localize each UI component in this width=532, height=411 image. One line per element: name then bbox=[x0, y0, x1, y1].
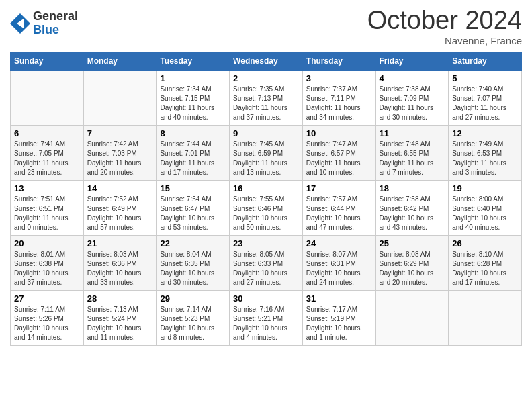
day-info: Sunrise: 8:00 AM Sunset: 6:40 PM Dayligh… bbox=[452, 195, 518, 232]
calendar-week-4: 20Sunrise: 8:01 AM Sunset: 6:38 PM Dayli… bbox=[11, 235, 522, 290]
day-number: 14 bbox=[87, 183, 153, 193]
day-number: 11 bbox=[380, 128, 445, 138]
calendar-cell: 22Sunrise: 8:04 AM Sunset: 6:35 PM Dayli… bbox=[157, 235, 230, 290]
calendar-cell: 26Sunrise: 8:10 AM Sunset: 6:28 PM Dayli… bbox=[449, 235, 522, 290]
calendar-week-2: 6Sunrise: 7:41 AM Sunset: 7:05 PM Daylig… bbox=[11, 125, 522, 180]
calendar-cell: 15Sunrise: 7:54 AM Sunset: 6:47 PM Dayli… bbox=[157, 180, 230, 235]
col-wednesday: Wednesday bbox=[230, 52, 303, 70]
calendar-cell: 4Sunrise: 7:38 AM Sunset: 7:09 PM Daylig… bbox=[375, 70, 449, 125]
calendar-cell: 27Sunrise: 7:11 AM Sunset: 5:26 PM Dayli… bbox=[11, 290, 84, 345]
col-sunday: Sunday bbox=[11, 52, 84, 70]
col-friday: Friday bbox=[375, 52, 449, 70]
day-number: 3 bbox=[306, 73, 372, 83]
day-info: Sunrise: 7:42 AM Sunset: 7:03 PM Dayligh… bbox=[87, 140, 153, 177]
calendar-cell: 17Sunrise: 7:57 AM Sunset: 6:44 PM Dayli… bbox=[302, 180, 375, 235]
day-number: 27 bbox=[14, 293, 80, 304]
day-info: Sunrise: 8:07 AM Sunset: 6:31 PM Dayligh… bbox=[306, 250, 372, 287]
day-number: 18 bbox=[380, 183, 445, 193]
day-number: 12 bbox=[452, 128, 518, 138]
calendar-week-5: 27Sunrise: 7:11 AM Sunset: 5:26 PM Dayli… bbox=[11, 290, 522, 345]
location: Navenne, France bbox=[367, 35, 522, 46]
day-info: Sunrise: 7:40 AM Sunset: 7:07 PM Dayligh… bbox=[452, 85, 518, 122]
month-title: October 2024 bbox=[367, 7, 522, 35]
day-info: Sunrise: 7:34 AM Sunset: 7:15 PM Dayligh… bbox=[160, 85, 226, 122]
day-info: Sunrise: 8:10 AM Sunset: 6:28 PM Dayligh… bbox=[452, 250, 518, 287]
day-number: 13 bbox=[14, 183, 80, 193]
day-info: Sunrise: 7:35 AM Sunset: 7:13 PM Dayligh… bbox=[233, 85, 299, 122]
calendar-page: General Blue October 2024 Navenne, Franc… bbox=[0, 0, 532, 411]
day-info: Sunrise: 7:17 AM Sunset: 5:19 PM Dayligh… bbox=[306, 305, 372, 342]
day-info: Sunrise: 7:38 AM Sunset: 7:09 PM Dayligh… bbox=[380, 85, 445, 122]
day-number: 7 bbox=[87, 128, 153, 138]
header: General Blue October 2024 Navenne, Franc… bbox=[10, 7, 522, 46]
logo-blue-text: Blue bbox=[33, 24, 78, 37]
calendar-week-1: 1Sunrise: 7:34 AM Sunset: 7:15 PM Daylig… bbox=[11, 70, 522, 125]
day-number: 24 bbox=[306, 238, 372, 248]
logo: General Blue bbox=[10, 10, 78, 37]
calendar-cell: 23Sunrise: 8:05 AM Sunset: 6:33 PM Dayli… bbox=[230, 235, 303, 290]
header-row: Sunday Monday Tuesday Wednesday Thursday… bbox=[11, 52, 522, 70]
day-info: Sunrise: 8:03 AM Sunset: 6:36 PM Dayligh… bbox=[87, 250, 153, 287]
col-tuesday: Tuesday bbox=[157, 52, 230, 70]
day-number: 21 bbox=[87, 238, 153, 248]
day-number: 5 bbox=[452, 73, 518, 83]
day-info: Sunrise: 7:55 AM Sunset: 6:46 PM Dayligh… bbox=[233, 195, 299, 232]
day-info: Sunrise: 7:37 AM Sunset: 7:11 PM Dayligh… bbox=[306, 85, 372, 122]
calendar-cell bbox=[11, 70, 84, 125]
calendar-cell: 25Sunrise: 8:08 AM Sunset: 6:29 PM Dayli… bbox=[375, 235, 449, 290]
calendar-cell: 1Sunrise: 7:34 AM Sunset: 7:15 PM Daylig… bbox=[157, 70, 230, 125]
day-number: 2 bbox=[233, 73, 299, 83]
day-info: Sunrise: 7:54 AM Sunset: 6:47 PM Dayligh… bbox=[160, 195, 226, 232]
day-number: 29 bbox=[160, 293, 226, 304]
col-monday: Monday bbox=[83, 52, 157, 70]
day-number: 15 bbox=[160, 183, 226, 193]
calendar-table: Sunday Monday Tuesday Wednesday Thursday… bbox=[10, 52, 522, 346]
day-info: Sunrise: 7:14 AM Sunset: 5:23 PM Dayligh… bbox=[160, 305, 226, 342]
calendar-cell bbox=[375, 290, 449, 345]
calendar-cell: 10Sunrise: 7:47 AM Sunset: 6:57 PM Dayli… bbox=[302, 125, 375, 180]
day-info: Sunrise: 8:01 AM Sunset: 6:38 PM Dayligh… bbox=[14, 250, 80, 287]
calendar-cell: 2Sunrise: 7:35 AM Sunset: 7:13 PM Daylig… bbox=[230, 70, 303, 125]
day-number: 6 bbox=[14, 128, 80, 138]
day-number: 17 bbox=[306, 183, 372, 193]
day-info: Sunrise: 8:08 AM Sunset: 6:29 PM Dayligh… bbox=[380, 250, 445, 287]
logo-icon bbox=[10, 13, 30, 34]
calendar-cell: 11Sunrise: 7:48 AM Sunset: 6:55 PM Dayli… bbox=[375, 125, 449, 180]
logo-text: General Blue bbox=[33, 10, 78, 37]
day-number: 1 bbox=[160, 73, 226, 83]
day-number: 23 bbox=[233, 238, 299, 248]
calendar-cell: 20Sunrise: 8:01 AM Sunset: 6:38 PM Dayli… bbox=[11, 235, 84, 290]
day-number: 19 bbox=[452, 183, 518, 193]
day-number: 31 bbox=[306, 293, 372, 304]
calendar-cell bbox=[449, 290, 522, 345]
col-thursday: Thursday bbox=[302, 52, 375, 70]
day-number: 25 bbox=[380, 238, 445, 248]
day-number: 9 bbox=[233, 128, 299, 138]
calendar-cell: 24Sunrise: 8:07 AM Sunset: 6:31 PM Dayli… bbox=[302, 235, 375, 290]
calendar-cell: 7Sunrise: 7:42 AM Sunset: 7:03 PM Daylig… bbox=[83, 125, 157, 180]
day-info: Sunrise: 7:13 AM Sunset: 5:24 PM Dayligh… bbox=[87, 305, 153, 342]
day-info: Sunrise: 7:11 AM Sunset: 5:26 PM Dayligh… bbox=[14, 305, 80, 342]
calendar-cell: 6Sunrise: 7:41 AM Sunset: 7:05 PM Daylig… bbox=[11, 125, 84, 180]
calendar-cell: 8Sunrise: 7:44 AM Sunset: 7:01 PM Daylig… bbox=[157, 125, 230, 180]
day-info: Sunrise: 7:16 AM Sunset: 5:21 PM Dayligh… bbox=[233, 305, 299, 342]
day-info: Sunrise: 7:49 AM Sunset: 6:53 PM Dayligh… bbox=[452, 140, 518, 177]
calendar-cell bbox=[83, 70, 157, 125]
calendar-cell: 18Sunrise: 7:58 AM Sunset: 6:42 PM Dayli… bbox=[375, 180, 449, 235]
day-info: Sunrise: 8:05 AM Sunset: 6:33 PM Dayligh… bbox=[233, 250, 299, 287]
day-info: Sunrise: 7:52 AM Sunset: 6:49 PM Dayligh… bbox=[87, 195, 153, 232]
day-info: Sunrise: 7:51 AM Sunset: 6:51 PM Dayligh… bbox=[14, 195, 80, 232]
calendar-cell: 28Sunrise: 7:13 AM Sunset: 5:24 PM Dayli… bbox=[83, 290, 157, 345]
day-info: Sunrise: 7:44 AM Sunset: 7:01 PM Dayligh… bbox=[160, 140, 226, 177]
calendar-cell: 30Sunrise: 7:16 AM Sunset: 5:21 PM Dayli… bbox=[230, 290, 303, 345]
calendar-cell: 29Sunrise: 7:14 AM Sunset: 5:23 PM Dayli… bbox=[157, 290, 230, 345]
day-info: Sunrise: 7:48 AM Sunset: 6:55 PM Dayligh… bbox=[380, 140, 445, 177]
calendar-cell: 21Sunrise: 8:03 AM Sunset: 6:36 PM Dayli… bbox=[83, 235, 157, 290]
calendar-week-3: 13Sunrise: 7:51 AM Sunset: 6:51 PM Dayli… bbox=[11, 180, 522, 235]
calendar-cell: 9Sunrise: 7:45 AM Sunset: 6:59 PM Daylig… bbox=[230, 125, 303, 180]
day-number: 30 bbox=[233, 293, 299, 304]
day-info: Sunrise: 8:04 AM Sunset: 6:35 PM Dayligh… bbox=[160, 250, 226, 287]
day-info: Sunrise: 7:41 AM Sunset: 7:05 PM Dayligh… bbox=[14, 140, 80, 177]
day-info: Sunrise: 7:58 AM Sunset: 6:42 PM Dayligh… bbox=[380, 195, 445, 232]
calendar-cell: 31Sunrise: 7:17 AM Sunset: 5:19 PM Dayli… bbox=[302, 290, 375, 345]
